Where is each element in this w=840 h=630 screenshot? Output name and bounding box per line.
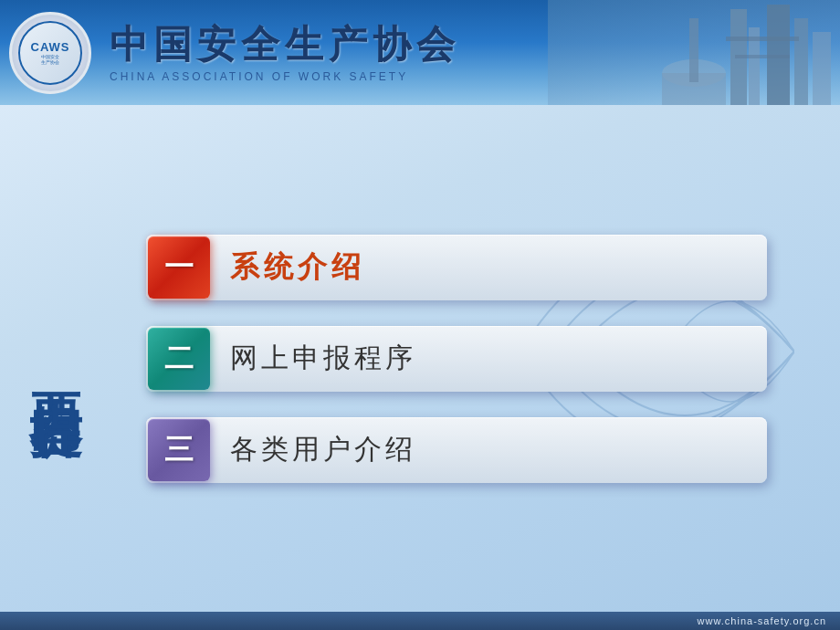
vertical-label: 要内容提 bbox=[27, 350, 86, 368]
footer: www.china-safety.org.cn bbox=[0, 612, 840, 630]
logo-inner: CAWS 中国安全生产协会 bbox=[18, 21, 82, 85]
logo-circle: CAWS 中国安全生产协会 bbox=[9, 12, 91, 94]
industrial-svg bbox=[548, 0, 840, 105]
menu-number-2: 二 bbox=[148, 328, 210, 390]
left-text-area: 要内容提 bbox=[0, 350, 128, 368]
svg-rect-5 bbox=[813, 32, 831, 105]
menu-number-1: 一 bbox=[148, 236, 210, 299]
svg-rect-10 bbox=[689, 18, 698, 82]
header-right-decoration bbox=[548, 0, 840, 105]
main-content: 要内容提 一 系统介绍 二 网上申报程序 三 各类用户介绍 bbox=[0, 105, 840, 612]
logo-subtext: 中国安全生产协会 bbox=[41, 54, 59, 65]
svg-rect-7 bbox=[735, 55, 790, 58]
menu-label-3: 各类用户介绍 bbox=[212, 431, 416, 468]
header-title-area: 中国安全生产协会 CHINA ASSOCIATION OF WORK SAFET… bbox=[110, 22, 460, 82]
svg-rect-4 bbox=[794, 18, 808, 105]
footer-url: www.china-safety.org.cn bbox=[698, 615, 826, 626]
header: CAWS 中国安全生产协会 中国安全生产协会 CHINA ASSOCIATION… bbox=[0, 0, 840, 105]
logo-caws-text: CAWS bbox=[31, 40, 70, 54]
menu-container: 一 系统介绍 二 网上申报程序 三 各类用户介绍 bbox=[128, 226, 840, 492]
header-left: CAWS 中国安全生产协会 中国安全生产协会 CHINA ASSOCIATION… bbox=[0, 12, 460, 94]
menu-item-1[interactable]: 一 系统介绍 bbox=[146, 235, 767, 300]
header-title-cn: 中国安全生产协会 bbox=[110, 22, 460, 68]
menu-item-3[interactable]: 三 各类用户介绍 bbox=[146, 417, 767, 483]
header-title-en: CHINA ASSOCIATION OF WORK SAFETY bbox=[110, 70, 460, 83]
menu-item-2[interactable]: 二 网上申报程序 bbox=[146, 326, 767, 392]
menu-number-3: 三 bbox=[148, 419, 210, 481]
menu-label-2: 网上申报程序 bbox=[212, 340, 416, 377]
svg-rect-6 bbox=[726, 37, 799, 41]
menu-label-1: 系统介绍 bbox=[212, 247, 365, 288]
